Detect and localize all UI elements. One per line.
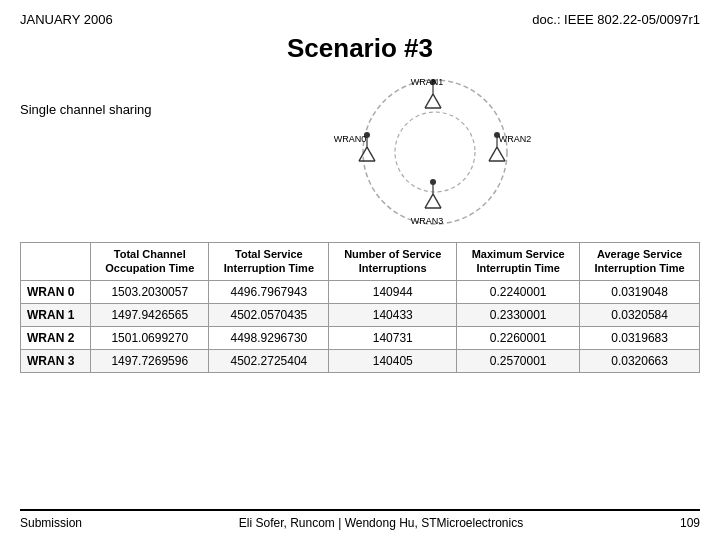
col-header-num-interruptions: Number of ServiceInterruptions xyxy=(329,243,457,281)
svg-text:WRAN2: WRAN2 xyxy=(499,134,532,144)
row-cell: 0.0320663 xyxy=(580,349,700,372)
svg-point-24 xyxy=(430,179,436,185)
table-row: WRAN 01503.20300574496.79679431409440.22… xyxy=(21,280,700,303)
table-header-row: Total ChannelOccupation Time Total Servi… xyxy=(21,243,700,281)
row-cell: 140433 xyxy=(329,303,457,326)
footer-right: 109 xyxy=(680,516,700,530)
col-header-max-interruption: Maximum ServiceInterruptin Time xyxy=(457,243,580,281)
row-cell: 4502.0570435 xyxy=(209,303,329,326)
row-cell: 1497.7269596 xyxy=(91,349,209,372)
row-cell: 4498.9296730 xyxy=(209,326,329,349)
col-header-service-interruption-time: Total ServiceInterruption Time xyxy=(209,243,329,281)
page: JANUARY 2006 doc.: IEEE 802.22-05/0097r1… xyxy=(0,0,720,540)
page-title: Scenario #3 xyxy=(20,33,700,64)
diagram-label: Single channel sharing xyxy=(20,72,160,117)
row-label: WRAN 3 xyxy=(21,349,91,372)
table-body: WRAN 01503.20300574496.79679431409440.22… xyxy=(21,280,700,372)
svg-point-0 xyxy=(363,80,507,224)
footer: Submission Eli Sofer, Runcom | Wendong H… xyxy=(20,509,700,530)
network-diagram: WRAN1 WRAN0 WRAN2 xyxy=(170,72,700,232)
row-cell: 0.0319683 xyxy=(580,326,700,349)
svg-line-21 xyxy=(433,194,441,208)
col-header-avg-interruption: Average ServiceInterruption Time xyxy=(580,243,700,281)
table-row: WRAN 31497.72695964502.27254041404050.25… xyxy=(21,349,700,372)
svg-line-3 xyxy=(433,94,441,108)
svg-line-9 xyxy=(367,147,375,161)
col-header-label xyxy=(21,243,91,281)
table-row: WRAN 11497.94265654502.05704351404330.23… xyxy=(21,303,700,326)
row-cell: 0.2570001 xyxy=(457,349,580,372)
table-row: WRAN 21501.06992704498.92967301407310.22… xyxy=(21,326,700,349)
col-header-channel-time: Total ChannelOccupation Time xyxy=(91,243,209,281)
footer-left: Submission xyxy=(20,516,82,530)
row-cell: 0.0319048 xyxy=(580,280,700,303)
header: JANUARY 2006 doc.: IEEE 802.22-05/0097r1 xyxy=(20,12,700,27)
svg-line-15 xyxy=(497,147,505,161)
row-cell: 140405 xyxy=(329,349,457,372)
row-cell: 0.2240001 xyxy=(457,280,580,303)
row-cell: 4502.2725404 xyxy=(209,349,329,372)
row-cell: 4496.7967943 xyxy=(209,280,329,303)
row-cell: 1497.9426565 xyxy=(91,303,209,326)
data-table-section: Total ChannelOccupation Time Total Servi… xyxy=(20,242,700,505)
content-area: Single channel sharing WRAN1 xyxy=(20,72,700,232)
row-cell: 0.0320584 xyxy=(580,303,700,326)
row-cell: 140944 xyxy=(329,280,457,303)
footer-center: Eli Sofer, Runcom | Wendong Hu, STMicroe… xyxy=(239,516,523,530)
svg-line-20 xyxy=(425,194,433,208)
row-cell: 140731 xyxy=(329,326,457,349)
row-cell: 0.2260001 xyxy=(457,326,580,349)
svg-text:WRAN3: WRAN3 xyxy=(411,216,444,226)
row-cell: 1503.2030057 xyxy=(91,280,209,303)
row-label: WRAN 1 xyxy=(21,303,91,326)
data-table: Total ChannelOccupation Time Total Servi… xyxy=(20,242,700,373)
row-cell: 1501.0699270 xyxy=(91,326,209,349)
svg-text:WRAN0: WRAN0 xyxy=(334,134,367,144)
header-left: JANUARY 2006 xyxy=(20,12,113,27)
row-cell: 0.2330001 xyxy=(457,303,580,326)
svg-line-14 xyxy=(489,147,497,161)
diagram-svg: WRAN1 WRAN0 WRAN2 xyxy=(315,72,555,232)
header-right: doc.: IEEE 802.22-05/0097r1 xyxy=(532,12,700,27)
svg-line-2 xyxy=(425,94,433,108)
svg-text:WRAN1: WRAN1 xyxy=(411,77,444,87)
row-label: WRAN 0 xyxy=(21,280,91,303)
row-label: WRAN 2 xyxy=(21,326,91,349)
